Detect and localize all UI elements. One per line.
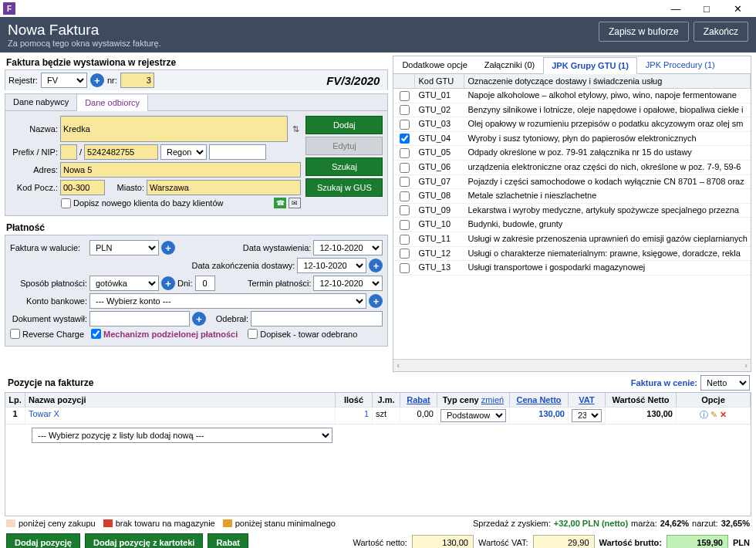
maximize-button[interactable]: □ [691, 1, 722, 16]
position-name[interactable]: Towar X [25, 408, 336, 424]
add-currency-button[interactable]: + [161, 241, 175, 255]
gtu-checkbox[interactable] [400, 134, 410, 144]
gtu-checkbox[interactable] [400, 205, 410, 215]
minimize-button[interactable]: — [660, 1, 691, 16]
price-type-select[interactable]: Netto [700, 375, 750, 391]
edit-icon[interactable]: ✎ [710, 410, 717, 419]
gtu-row[interactable]: GTU_01Napoje alkoholowe – alkohol etylow… [393, 89, 751, 103]
name-label: Nazwa: [10, 124, 58, 134]
gtu-checkbox[interactable] [400, 263, 410, 273]
gtu-row[interactable]: GTU_06urządzenia elektroniczne oraz częś… [393, 161, 751, 175]
paymethod-select[interactable]: gotówka [89, 276, 159, 291]
gtu-row[interactable]: GTU_13Usługi transportowe i gospodarki m… [393, 261, 751, 276]
date-delivery-plus[interactable]: + [369, 259, 383, 272]
mail-icon[interactable]: ✉ [289, 198, 301, 208]
info-icon[interactable]: ⓘ [700, 410, 708, 419]
col-qty: Ilość [336, 393, 373, 407]
paymethod-plus[interactable]: + [161, 276, 175, 290]
col-jm: J.m. [373, 393, 400, 407]
price-type-row-select[interactable]: Podstawowa [440, 409, 506, 422]
gtu-row[interactable]: GTU_09Lekarstwa i wyroby medyczne, artyk… [393, 204, 751, 218]
prefix-input[interactable] [60, 144, 77, 160]
bank-select[interactable]: --- Wybierz konto --- [89, 293, 366, 309]
issuer-input[interactable] [89, 311, 190, 326]
add-client-checkbox[interactable] [61, 198, 71, 208]
col-vat[interactable]: VAT [579, 395, 594, 404]
bank-plus[interactable]: + [369, 294, 383, 308]
position-picker[interactable]: --- Wybierz pozycję z listy lub dodaj no… [32, 428, 332, 443]
close-button[interactable]: ✕ [722, 1, 753, 16]
horizontal-scrollbar[interactable]: ‹› [393, 359, 751, 371]
finish-button[interactable]: Zakończ [694, 22, 748, 42]
gtu-checkbox[interactable] [400, 120, 410, 130]
gtu-row[interactable]: GTU_02Benzyny silnikowe i lotnicze, olej… [393, 103, 751, 118]
gtu-row[interactable]: GTU_03Olej opałowy w rozumieniu przepisó… [393, 117, 751, 132]
change-price-type[interactable]: zmień [481, 395, 504, 404]
vat-value: 29,90 [533, 535, 595, 548]
issuer-plus[interactable]: + [192, 312, 206, 326]
discount-button[interactable]: Rabat [208, 533, 248, 548]
due-date-input[interactable]: 12-10-2020 [313, 276, 383, 291]
date-issue-input[interactable]: 12-10-2020 [313, 240, 383, 255]
tab-jpk-procedures[interactable]: JPK Procedury (1) [637, 56, 724, 73]
gtu-checkbox[interactable] [400, 163, 410, 173]
gtu-checkbox[interactable] [400, 220, 410, 230]
edit-button[interactable]: Edytuj [305, 137, 383, 155]
tab-buyer[interactable]: Dane nabywcy [5, 94, 77, 110]
date-delivery-input[interactable]: 12-10-2020 [297, 258, 366, 273]
nr-label: nr: [107, 76, 117, 85]
register-label: Rejestr: [8, 76, 38, 85]
col-options: Opcje [677, 393, 751, 407]
gtu-checkbox[interactable] [400, 148, 410, 158]
addr-input[interactable] [60, 162, 301, 178]
col-rabat[interactable]: Rabat [407, 395, 430, 404]
reverse-charge-checkbox[interactable] [10, 329, 20, 339]
register-select[interactable]: FV [41, 73, 87, 88]
col-name: Nazwa pozycji [25, 393, 336, 407]
add-position-catalog-button[interactable]: Dodaj pozycję z kartoteki [85, 533, 203, 548]
tab-attachments[interactable]: Załączniki (0) [476, 56, 543, 73]
gtu-checkbox[interactable] [400, 177, 410, 187]
prefix-label: Prefix / NIP: [10, 147, 58, 157]
delete-icon[interactable]: ✕ [720, 410, 727, 419]
currency-select[interactable]: PLN [89, 240, 159, 255]
gtu-checkbox[interactable] [400, 91, 410, 101]
add-button[interactable]: Dodaj [305, 116, 383, 134]
gtu-row[interactable]: GTU_05Odpady określone w poz. 79-91 załą… [393, 146, 751, 161]
add-register-button[interactable]: + [90, 73, 104, 87]
gtu-row[interactable]: GTU_10Budynki, budowle, grunty [393, 218, 751, 232]
save-buffer-button[interactable]: Zapisz w buforze [599, 22, 689, 42]
reverse-charge-label: Reverse Charge [22, 330, 84, 339]
gtu-checkbox[interactable] [400, 249, 410, 259]
received-input[interactable] [251, 311, 383, 326]
days-input[interactable] [195, 276, 215, 291]
gtu-row[interactable]: GTU_07Pojazdy i części samochodowe o kod… [393, 175, 751, 190]
tab-extra-options[interactable]: Dodatkowe opcje [393, 56, 475, 73]
city-input[interactable] [147, 180, 301, 195]
name-input[interactable] [60, 116, 288, 142]
tab-jpk-gtu[interactable]: JPK Grupy GTU (1) [543, 57, 637, 74]
add-position-button[interactable]: Dodaj pozycję [6, 533, 80, 548]
gtu-row[interactable]: GTU_11Usługi w zakresie przenoszenia upr… [393, 232, 751, 247]
regon-input[interactable] [209, 144, 266, 160]
split-payment-checkbox[interactable] [91, 329, 101, 339]
gtu-checkbox[interactable] [400, 191, 410, 201]
vat-row-select[interactable]: 23% [572, 409, 602, 422]
col-netto[interactable]: Cena Netto [516, 395, 561, 404]
nr-input[interactable] [120, 73, 154, 88]
search-button[interactable]: Szukaj [305, 157, 383, 176]
phone-icon[interactable]: ☎ [274, 198, 286, 208]
regon-select[interactable]: Regon [160, 144, 207, 160]
goods-received-checkbox[interactable] [248, 329, 258, 339]
gtu-row[interactable]: GTU_12Usługi o charakterze niematerialny… [393, 247, 751, 262]
gtu-checkbox[interactable] [400, 105, 410, 115]
search-gus-button[interactable]: Szukaj w GUS [305, 178, 383, 197]
gtu-checkbox[interactable] [400, 235, 410, 245]
zip-input[interactable] [60, 180, 105, 195]
date-delivery-label: Data zakończenia dostawy: [192, 261, 295, 270]
arrows-icon[interactable]: ⇅ [290, 124, 301, 134]
tab-recipient[interactable]: Dane odbiorcy [77, 95, 148, 111]
gtu-row[interactable]: GTU_04Wyroby i susz tytoniowy, płyn do p… [393, 132, 751, 147]
nip-input[interactable] [84, 144, 158, 160]
gtu-row[interactable]: GTU_08Metale szlachetnie i nieszlachetne [393, 189, 751, 204]
